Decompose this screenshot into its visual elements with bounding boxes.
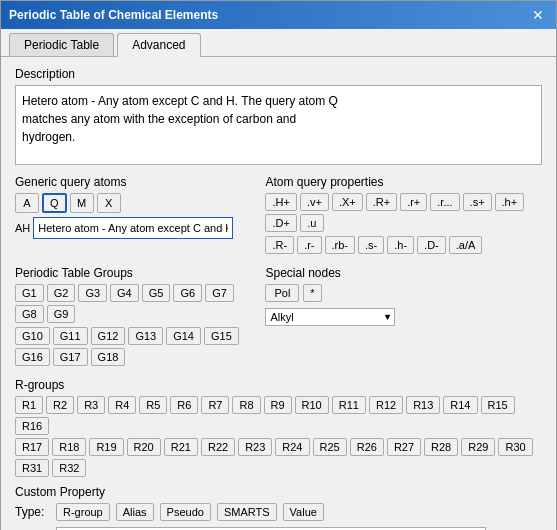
btn-G16[interactable]: G16 <box>15 348 50 366</box>
btn-R19[interactable]: R19 <box>89 438 123 456</box>
window-title: Periodic Table of Chemical Elements <box>9 8 218 22</box>
tab-periodic-table[interactable]: Periodic Table <box>9 33 114 56</box>
alkyl-dropdown-wrapper: Alkyl ▾ <box>265 308 395 326</box>
btn-R13[interactable]: R13 <box>406 396 440 414</box>
btn-R6[interactable]: R6 <box>170 396 198 414</box>
btn-Q[interactable]: Q <box>42 193 67 213</box>
atom-query-row1: .H+ .v+ .X+ .R+ .r+ .r... .s+ .h+ .D+ .u <box>265 193 542 232</box>
btn-D-minus[interactable]: .D- <box>417 236 446 254</box>
btn-r-plus[interactable]: .r+ <box>400 193 427 211</box>
btn-G1[interactable]: G1 <box>15 284 44 302</box>
type-row: Type: R-group Alias Pseudo SMARTS Value <box>15 503 542 521</box>
btn-v-plus[interactable]: .v+ <box>300 193 329 211</box>
groups-row2: G10 G11 G12 G13 G14 G15 G16 G17 G18 <box>15 327 245 366</box>
btn-G15[interactable]: G15 <box>204 327 239 345</box>
btn-rb-minus[interactable]: .rb- <box>325 236 356 254</box>
tab-content-advanced: Description Hetero atom - Any atom excep… <box>1 57 556 530</box>
btn-pseudo-type[interactable]: Pseudo <box>160 503 211 521</box>
custom-property-section: Custom Property Type: R-group Alias Pseu… <box>15 485 542 530</box>
btn-R24[interactable]: R24 <box>275 438 309 456</box>
btn-H-plus[interactable]: .H+ <box>265 193 296 211</box>
r-groups-row2: R17 R18 R19 R20 R21 R22 R23 R24 R25 R26 … <box>15 438 542 477</box>
btn-s-minus[interactable]: .s- <box>358 236 384 254</box>
btn-h-minus[interactable]: .h- <box>387 236 414 254</box>
hetero-atom-input[interactable] <box>33 217 233 239</box>
btn-G9[interactable]: G9 <box>47 305 76 323</box>
btn-X[interactable]: X <box>97 193 121 213</box>
btn-G6[interactable]: G6 <box>173 284 202 302</box>
title-bar: Periodic Table of Chemical Elements ✕ <box>1 1 556 29</box>
alkyl-dropdown[interactable]: Alkyl <box>265 308 395 326</box>
btn-M[interactable]: M <box>70 193 94 213</box>
btn-R-plus[interactable]: .R+ <box>366 193 397 211</box>
btn-R29[interactable]: R29 <box>461 438 495 456</box>
special-nodes-label: Special nodes <box>265 266 542 280</box>
btn-R4[interactable]: R4 <box>108 396 136 414</box>
btn-G12[interactable]: G12 <box>91 327 126 345</box>
btn-X-plus[interactable]: .X+ <box>332 193 363 211</box>
btn-G8[interactable]: G8 <box>15 305 44 323</box>
btn-R-minus[interactable]: .R- <box>265 236 294 254</box>
btn-A[interactable]: A <box>15 193 39 213</box>
btn-u[interactable]: .u <box>300 214 324 232</box>
btn-aA[interactable]: .a/A <box>449 236 483 254</box>
btn-D-plus[interactable]: .D+ <box>265 214 296 232</box>
btn-R25[interactable]: R25 <box>313 438 347 456</box>
btn-R11[interactable]: R11 <box>332 396 366 414</box>
btn-R16[interactable]: R16 <box>15 417 49 435</box>
btn-R15[interactable]: R15 <box>481 396 515 414</box>
btn-R22[interactable]: R22 <box>201 438 235 456</box>
btn-R20[interactable]: R20 <box>127 438 161 456</box>
btn-r-dots[interactable]: .r... <box>430 193 459 211</box>
btn-star[interactable]: * <box>303 284 321 302</box>
btn-R27[interactable]: R27 <box>387 438 421 456</box>
atom-query-row2: .R- .r- .rb- .s- .h- .D- .a/A <box>265 236 542 254</box>
btn-G11[interactable]: G11 <box>53 327 88 345</box>
btn-rgroup-type[interactable]: R-group <box>56 503 110 521</box>
btn-G2[interactable]: G2 <box>47 284 76 302</box>
btn-R9[interactable]: R9 <box>264 396 292 414</box>
btn-R2[interactable]: R2 <box>46 396 74 414</box>
btn-R7[interactable]: R7 <box>201 396 229 414</box>
btn-G14[interactable]: G14 <box>166 327 201 345</box>
btn-R14[interactable]: R14 <box>443 396 477 414</box>
btn-R26[interactable]: R26 <box>350 438 384 456</box>
btn-R5[interactable]: R5 <box>139 396 167 414</box>
btn-R31[interactable]: R31 <box>15 459 49 477</box>
btn-R10[interactable]: R10 <box>295 396 329 414</box>
btn-h-plus[interactable]: .h+ <box>495 193 525 211</box>
btn-R8[interactable]: R8 <box>232 396 260 414</box>
btn-R23[interactable]: R23 <box>238 438 272 456</box>
btn-G18[interactable]: G18 <box>91 348 126 366</box>
tab-bar: Periodic Table Advanced <box>1 29 556 57</box>
r-groups-row1: R1 R2 R3 R4 R5 R6 R7 R8 R9 R10 R11 R12 R… <box>15 396 542 435</box>
btn-G3[interactable]: G3 <box>78 284 107 302</box>
btn-G4[interactable]: G4 <box>110 284 139 302</box>
btn-R32[interactable]: R32 <box>52 459 86 477</box>
btn-G5[interactable]: G5 <box>142 284 171 302</box>
btn-R18[interactable]: R18 <box>52 438 86 456</box>
special-nodes-row: Pol * <box>265 284 542 302</box>
btn-R28[interactable]: R28 <box>424 438 458 456</box>
btn-pol[interactable]: Pol <box>265 284 299 302</box>
custom-property-label: Custom Property <box>15 485 542 499</box>
btn-value-type[interactable]: Value <box>283 503 324 521</box>
btn-smarts-type[interactable]: SMARTS <box>217 503 277 521</box>
btn-G10[interactable]: G10 <box>15 327 50 345</box>
btn-G7[interactable]: G7 <box>205 284 234 302</box>
btn-R12[interactable]: R12 <box>369 396 403 414</box>
btn-R30[interactable]: R30 <box>498 438 532 456</box>
btn-s-plus[interactable]: .s+ <box>463 193 492 211</box>
btn-G13[interactable]: G13 <box>128 327 163 345</box>
btn-R1[interactable]: R1 <box>15 396 43 414</box>
btn-alias-type[interactable]: Alias <box>116 503 154 521</box>
tab-advanced[interactable]: Advanced <box>117 33 200 57</box>
btn-R17[interactable]: R17 <box>15 438 49 456</box>
btn-R21[interactable]: R21 <box>164 438 198 456</box>
window-close-button[interactable]: ✕ <box>528 7 548 23</box>
btn-r-minus[interactable]: .r- <box>297 236 321 254</box>
btn-R3[interactable]: R3 <box>77 396 105 414</box>
groups-section: Periodic Table Groups G1 G2 G3 G4 G5 G6 … <box>15 266 542 370</box>
generic-query-input-row: AH <box>15 217 245 239</box>
btn-G17[interactable]: G17 <box>53 348 88 366</box>
